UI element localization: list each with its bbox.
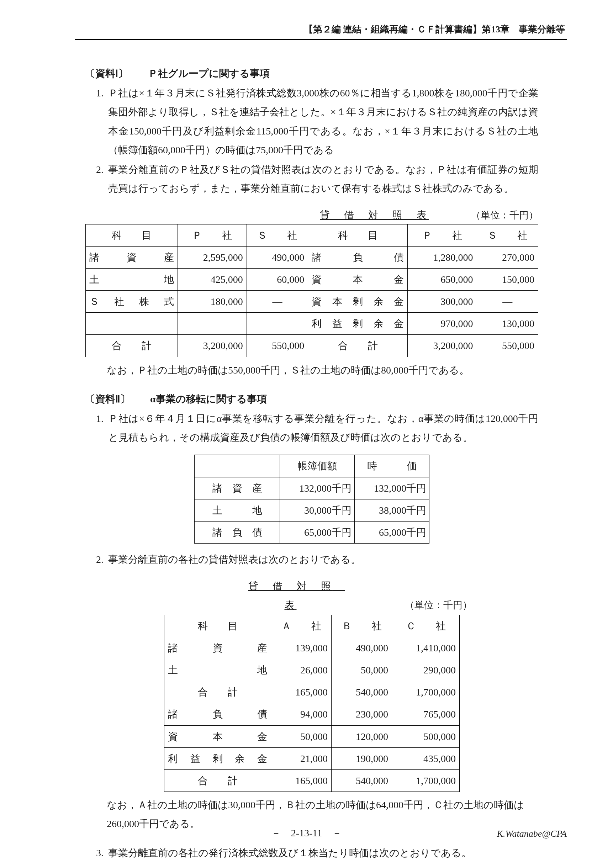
cell: 230,000 <box>332 703 392 725</box>
table-row: 帳簿価額 時 価 <box>195 455 430 477</box>
col-header: Ｓ 社 <box>477 224 538 246</box>
table-row: 諸 負 債 65,000千円 65,000千円 <box>195 521 430 543</box>
cell: 利益剰余金 <box>165 747 271 769</box>
balance-sheet-2: 科 目 Ａ 社 Ｂ 社 Ｃ 社 諸資産 139,000 490,000 1,41… <box>164 615 460 792</box>
table-row: 合 計 165,000 540,000 1,700,000 <box>165 681 460 703</box>
cell <box>247 313 308 335</box>
cell: 490,000 <box>247 246 308 268</box>
section-2-item-1: Ｐ社は×６年４月１日にα事業を移転する事業分離を行った。なお，α事業の時価は12… <box>108 409 538 447</box>
cell <box>195 455 280 477</box>
cell: 50,000 <box>332 659 392 681</box>
section-1-item-2: 事業分離直前のＰ社及びＳ社の貸借対照表は次のとおりである。なお，Ｐ社は有価証券の… <box>108 160 538 198</box>
cell: 資本金 <box>308 268 408 290</box>
cell: 合 計 <box>86 335 178 357</box>
cell: 2,595,000 <box>177 246 247 268</box>
cell: 550,000 <box>477 335 538 357</box>
list-number: 1. <box>85 84 108 160</box>
cell: 諸資産 <box>86 246 178 268</box>
bs2-unit: （単位：千円） <box>337 596 472 614</box>
cell: 諸負債 <box>165 703 271 725</box>
footer-signature: K.Watanabe@CPA <box>497 825 567 842</box>
bs1-unit: （単位：千円） <box>471 206 538 225</box>
bs2-caption: 貸 借 対 照 表 <box>244 577 337 614</box>
cell: 290,000 <box>392 659 460 681</box>
cell <box>177 313 247 335</box>
cell: 130,000 <box>477 313 538 335</box>
cell: 65,000千円 <box>280 521 355 543</box>
cell: 1,700,000 <box>392 770 460 792</box>
col-header: Ｃ 社 <box>392 615 460 637</box>
table-row: 合 計 3,200,000 550,000 合 計 3,200,000 550,… <box>86 335 538 357</box>
col-header: 科 目 <box>165 615 271 637</box>
table-row: 土地 26,000 50,000 290,000 <box>165 659 460 681</box>
cell: 765,000 <box>392 703 460 725</box>
cell: 425,000 <box>177 268 247 290</box>
cell: 270,000 <box>477 246 538 268</box>
table-row: 利益剰余金 21,000 190,000 435,000 <box>165 747 460 769</box>
cell: 21,000 <box>271 747 332 769</box>
table-row: 諸資産 139,000 490,000 1,410,000 <box>165 637 460 659</box>
cell: 165,000 <box>271 681 332 703</box>
bs1-caption: 貸 借 対 照 表 <box>278 206 471 225</box>
list-number: 2. <box>85 160 108 198</box>
cell <box>86 313 178 335</box>
table-row: 科 目 Ａ 社 Ｂ 社 Ｃ 社 <box>165 615 460 637</box>
cell: 合 計 <box>165 770 271 792</box>
cell: 3,200,000 <box>408 335 477 357</box>
cell: 諸負債 <box>308 246 408 268</box>
table-row: 利益剰余金 970,000 130,000 <box>86 313 538 335</box>
table-row: 科 目 Ｐ 社 Ｓ 社 科 目 Ｐ 社 Ｓ 社 <box>86 224 538 246</box>
header-rule <box>75 39 567 40</box>
cell: 65,000千円 <box>355 521 430 543</box>
cell: 資本金 <box>165 725 271 747</box>
col-header: 帳簿価額 <box>280 455 355 477</box>
cell: 490,000 <box>332 637 392 659</box>
col-header: 科 目 <box>308 224 408 246</box>
cell: 300,000 <box>408 291 477 313</box>
section-2-item-2: 事業分離直前の各社の貸借対照表は次のとおりである。 <box>108 550 538 569</box>
page-header: 【第２編 連結・組織再編・ＣＦ計算書編】第13章 事業分離等 <box>304 21 565 38</box>
table-row: 諸負債 94,000 230,000 765,000 <box>165 703 460 725</box>
cell: 1,410,000 <box>392 637 460 659</box>
section-2-item-3: 事業分離直前の各社の発行済株式総数及び１株当たり時価は次のとおりである。 <box>108 843 538 862</box>
cell: 540,000 <box>332 681 392 703</box>
cell: 60,000 <box>247 268 308 290</box>
col-header: Ｓ 社 <box>247 224 308 246</box>
cell: 諸 負 債 <box>195 521 280 543</box>
col-header: Ｐ 社 <box>177 224 247 246</box>
list-number: 3. <box>85 843 108 862</box>
cell: 132,000千円 <box>280 477 355 499</box>
col-header: Ｂ 社 <box>332 615 392 637</box>
section-1-title: 〔資料Ⅰ〕 Ｐ社グループに関する事項 <box>85 64 538 83</box>
cell: 650,000 <box>408 268 477 290</box>
table-row: 諸 資 産 132,000千円 132,000千円 <box>195 477 430 499</box>
col-header: Ｐ 社 <box>408 224 477 246</box>
table-row: Ｓ社株式 180,000 ― 資本剰余金 300,000 ― <box>86 291 538 313</box>
cell: 諸資産 <box>165 637 271 659</box>
cell: 諸 資 産 <box>195 477 280 499</box>
cell: Ｓ社株式 <box>86 291 178 313</box>
list-number: 1. <box>85 409 108 447</box>
cell: 38,000千円 <box>355 499 430 521</box>
section-2-title: 〔資料Ⅱ〕 α事業の移転に関する事項 <box>85 389 538 408</box>
cell: 190,000 <box>332 747 392 769</box>
cell: 3,200,000 <box>177 335 247 357</box>
cell: 165,000 <box>271 770 332 792</box>
cell: 合 計 <box>308 335 408 357</box>
alpha-business-table: 帳簿価額 時 価 諸 資 産 132,000千円 132,000千円 土 地 3… <box>194 455 430 544</box>
table-row: 土 地 30,000千円 38,000千円 <box>195 499 430 521</box>
cell: 132,000千円 <box>355 477 430 499</box>
cell: 利益剰余金 <box>308 313 408 335</box>
cell: 土 地 <box>195 499 280 521</box>
cell: 50,000 <box>271 725 332 747</box>
cell: 550,000 <box>247 335 308 357</box>
table-row: 合 計 165,000 540,000 1,700,000 <box>165 770 460 792</box>
cell: 土地 <box>86 268 178 290</box>
cell: 資本剰余金 <box>308 291 408 313</box>
cell: 26,000 <box>271 659 332 681</box>
balance-sheet-1: 科 目 Ｐ 社 Ｓ 社 科 目 Ｐ 社 Ｓ 社 諸資産 2,595,000 49… <box>85 224 538 357</box>
cell: ― <box>477 291 538 313</box>
col-header: 科 目 <box>86 224 178 246</box>
cell: 540,000 <box>332 770 392 792</box>
cell: 150,000 <box>477 268 538 290</box>
